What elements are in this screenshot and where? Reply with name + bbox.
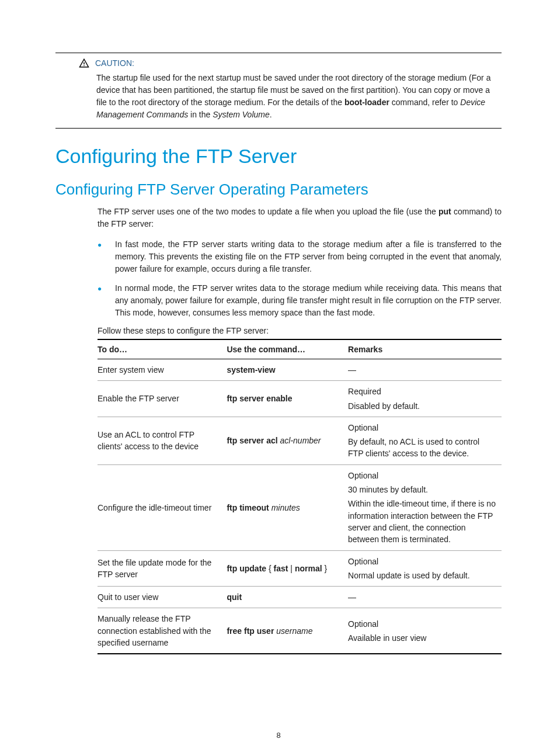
cell-command: ftp timeout minutes xyxy=(227,464,348,550)
table-row: Manually release the FTP connection esta… xyxy=(98,608,502,654)
cell-remarks: OptionalAvailable in user view xyxy=(348,608,502,654)
bullet-icon: ● xyxy=(98,238,115,275)
table-row: Use an ACL to control FTP clients' acces… xyxy=(98,417,502,464)
cell-command: ftp server acl acl-number xyxy=(227,417,348,464)
page-number: 8 xyxy=(0,731,557,740)
cell-remarks: OptionalNormal update is used by default… xyxy=(348,550,502,587)
follow-paragraph: Follow these steps to configure the FTP … xyxy=(98,326,502,335)
cell-remarks: — xyxy=(348,359,502,381)
table-header-todo: To do… xyxy=(98,339,227,359)
caution-italic2: System Volume xyxy=(213,110,270,119)
caution-label: CAUTION: xyxy=(95,58,134,68)
caution-text: The startup file used for the next start… xyxy=(96,72,502,121)
cell-remarks: OptionalBy default, no ACL is used to co… xyxy=(348,417,502,464)
cell-todo: Enable the FTP server xyxy=(98,381,227,417)
cell-todo: Enter system view xyxy=(98,359,227,381)
cell-todo: Manually release the FTP connection esta… xyxy=(98,608,227,654)
caution-text-in: in the xyxy=(188,110,213,119)
caution-text-mid: command, refer to xyxy=(389,98,460,107)
caution-box: CAUTION: The startup file used for the n… xyxy=(55,53,502,129)
cell-command: quit xyxy=(227,587,348,608)
caution-bold-cmd: boot-loader xyxy=(344,98,389,107)
list-item: ● In fast mode, the FTP server starts wr… xyxy=(98,238,502,275)
intro-paragraph: The FTP server uses one of the two modes… xyxy=(98,206,502,230)
table-header-remarks: Remarks xyxy=(348,339,502,359)
caution-text-end: . xyxy=(270,110,272,119)
table-row: Enable the FTP server ftp server enable … xyxy=(98,381,502,417)
table-row: Set the file update mode for the FTP ser… xyxy=(98,550,502,587)
cell-todo: Configure the idle-timeout timer xyxy=(98,464,227,550)
bullet-text: In fast mode, the FTP server starts writ… xyxy=(115,238,502,275)
table-row: Configure the idle-timeout timer ftp tim… xyxy=(98,464,502,550)
cell-command: system-view xyxy=(227,359,348,381)
cell-remarks: RequiredDisabled by default. xyxy=(348,381,502,417)
cell-todo: Quit to user view xyxy=(98,587,227,608)
cell-command: ftp server enable xyxy=(227,381,348,417)
intro-prefix: The FTP server uses one of the two modes… xyxy=(98,207,438,216)
table-row: Enter system view system-view — xyxy=(98,359,502,381)
table-row: Quit to user view quit — xyxy=(98,587,502,608)
cell-todo: Set the file update mode for the FTP ser… xyxy=(98,550,227,587)
cell-command: free ftp user username xyxy=(227,608,348,654)
cell-command: ftp update { fast | normal } xyxy=(227,550,348,587)
cell-todo: Use an ACL to control FTP clients' acces… xyxy=(98,417,227,464)
intro-bold: put xyxy=(438,207,451,216)
caution-triangle-icon xyxy=(79,58,89,68)
page-title: Configuring the FTP Server xyxy=(55,145,502,168)
bullet-text: In normal mode, the FTP server writes da… xyxy=(115,282,502,319)
command-table: To do… Use the command… Remarks Enter sy… xyxy=(98,339,502,654)
cell-remarks: Optional30 minutes by default.Within the… xyxy=(348,464,502,550)
bullet-icon: ● xyxy=(98,282,115,319)
cell-remarks: — xyxy=(348,587,502,608)
section-title: Configuring FTP Server Operating Paramet… xyxy=(55,181,502,199)
list-item: ● In normal mode, the FTP server writes … xyxy=(98,282,502,319)
table-header-command: Use the command… xyxy=(227,339,348,359)
